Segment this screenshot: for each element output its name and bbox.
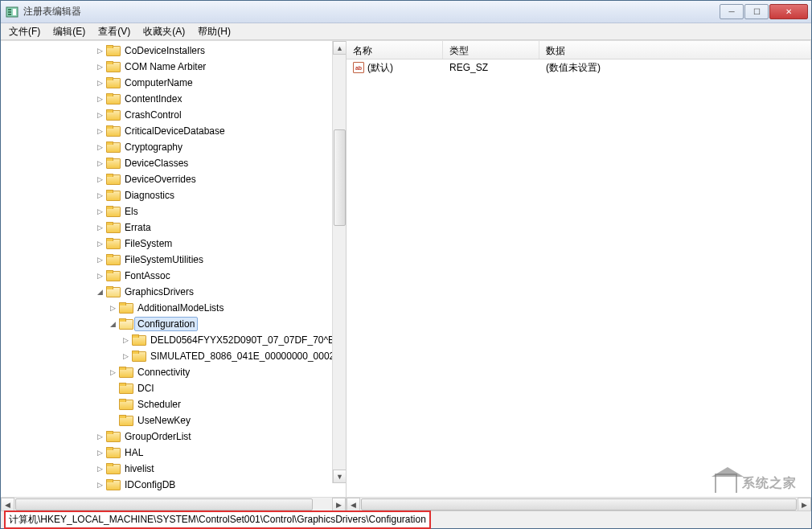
tree-item[interactable]: ◢GraphicsDrivers [1,284,346,300]
registry-tree: ▷CoDeviceInstallers▷COM Name Arbiter▷Com… [1,41,346,494]
window-title: 注册表编辑器 [23,5,719,18]
tree-item[interactable]: ▷DELD0564FYYX52D090T_07_07DF_70^B7 [1,332,346,348]
scroll-right-button[interactable]: ▶ [798,498,811,511]
folder-icon [106,479,119,490]
expand-icon[interactable]: ▷ [94,254,105,265]
tree-item[interactable]: ▷CrashControl [1,107,346,123]
expand-icon[interactable]: ▷ [94,431,105,442]
scroll-thumb[interactable] [15,498,313,511]
expand-icon[interactable]: ▷ [94,238,105,249]
values-list[interactable]: ab (默认) REG_SZ (数值未设置) [347,59,811,497]
expand-icon[interactable]: ▷ [94,174,105,185]
scroll-left-button[interactable]: ◀ [347,498,360,511]
menu-favorites[interactable]: 收藏夹(A) [137,23,191,40]
folder-icon [106,109,119,121]
expand-icon[interactable]: ▷ [94,270,105,281]
expand-icon[interactable]: ▷ [94,61,105,72]
tree-item[interactable]: ▷Els [1,203,346,219]
scroll-down-button[interactable]: ▼ [333,470,346,483]
expand-icon[interactable]: ▷ [107,302,118,314]
tree-item[interactable]: ▷ComputerName [1,75,346,91]
tree-item[interactable]: ▷Diagnostics [1,187,346,203]
tree-item[interactable]: ▷DeviceClasses [1,155,346,171]
tree-item[interactable]: ▷CoDeviceInstallers [1,43,346,59]
tree-item-label: GraphicsDrivers [121,285,197,299]
menu-help[interactable]: 帮助(H) [191,23,237,40]
tree-item-label: Configuration [134,317,198,331]
tree-item[interactable]: ▷CriticalDeviceDatabase [1,123,346,139]
value-row[interactable]: ab (默认) REG_SZ (数值未设置) [347,59,811,74]
expand-icon[interactable]: ▷ [94,158,105,169]
expand-icon[interactable]: ▷ [94,479,105,490]
collapse-icon[interactable]: ◢ [94,286,105,297]
tree-item[interactable]: ▷ContentIndex [1,91,346,107]
scroll-left-button[interactable]: ◀ [1,498,14,511]
expand-icon[interactable]: ▷ [94,206,105,217]
column-type[interactable]: 类型 [443,41,539,59]
tree-item[interactable]: UseNewKey [1,412,346,429]
tree-item-label: Els [121,204,141,219]
scroll-up-button[interactable]: ▲ [333,41,346,55]
tree-item[interactable]: ▷Cryptography [1,139,346,155]
titlebar[interactable]: 注册表编辑器 ─ ☐ ✕ [1,1,811,23]
tree-item[interactable]: ▷HAL [1,445,346,461]
expand-icon[interactable]: ▷ [94,109,105,121]
expand-icon[interactable]: ▷ [120,334,131,346]
tree-item[interactable]: Scheduler [1,396,346,412]
expand-icon[interactable]: ▷ [94,77,105,88]
tree-item-label: Diagnostics [121,188,178,203]
tree-item[interactable]: ▷hivelist [1,461,346,477]
tree-item[interactable]: ▷COM Name Arbiter [1,59,346,75]
collapse-icon[interactable]: ◢ [107,318,118,330]
menu-view[interactable]: 查看(V) [92,23,137,40]
tree-item[interactable]: ▷GroupOrderList [1,429,346,445]
tree-item[interactable]: ▷DeviceOverrides [1,171,346,187]
tree-item[interactable]: ▷FontAssoc [1,268,346,284]
folder-icon [106,463,119,474]
expand-icon[interactable]: ▷ [94,141,105,153]
expand-icon[interactable]: ▷ [120,351,131,362]
expand-icon[interactable]: ▷ [94,190,105,201]
no-expand-icon [107,415,118,426]
tree-item-label: Scheduler [134,397,184,412]
tree-item[interactable]: ▷FileSystemUtilities [1,252,346,268]
tree-item[interactable]: ◢Configuration [1,316,346,332]
tree-item-label: CoDeviceInstallers [121,43,208,58]
minimize-button[interactable]: ─ [720,4,744,19]
menu-file[interactable]: 文件(F) [2,23,47,40]
expand-icon[interactable]: ▷ [94,463,105,474]
tree-item-label: Connectivity [134,365,193,379]
menubar: 文件(F) 编辑(E) 查看(V) 收藏夹(A) 帮助(H) [1,23,811,40]
tree-item[interactable]: ▷Errata [1,219,346,236]
string-value-icon: ab [353,62,364,73]
tree-item[interactable]: ▷SIMULATED_8086_041E_00000000_00020 [1,348,346,364]
tree-vertical-scrollbar[interactable]: ▲ ▼ [332,41,346,483]
tree-horizontal-scrollbar[interactable]: ◀ ▶ [1,497,346,511]
expand-icon[interactable]: ▷ [107,367,118,378]
tree-item[interactable]: ▷IDConfigDB [1,477,346,493]
menu-edit[interactable]: 编辑(E) [47,23,92,40]
tree-item-label: FileSystemUtilities [121,252,207,267]
expand-icon[interactable]: ▷ [94,45,105,56]
expand-icon[interactable]: ▷ [94,447,105,458]
scroll-thumb[interactable] [361,498,797,511]
values-horizontal-scrollbar[interactable]: ◀ ▶ [347,497,811,511]
scroll-thumb[interactable] [334,129,346,226]
expand-icon[interactable]: ▷ [94,125,105,137]
tree-scroll-area[interactable]: ▷CoDeviceInstallers▷COM Name Arbiter▷Com… [1,41,346,497]
tree-item[interactable]: ▷AdditionalModeLists [1,300,346,316]
tree-item[interactable]: ▷Connectivity [1,364,346,380]
column-data[interactable]: 数据 [539,41,811,59]
folder-icon [106,238,119,249]
expand-icon[interactable]: ▷ [94,222,105,233]
tree-item-label: FontAssoc [121,269,174,283]
tree-item-label: DeviceClasses [121,156,191,170]
expand-icon[interactable]: ▷ [94,93,105,105]
folder-icon [106,222,119,233]
close-button[interactable]: ✕ [769,4,808,19]
tree-item[interactable]: DCI [1,380,346,396]
maximize-button[interactable]: ☐ [744,4,769,19]
column-name[interactable]: 名称 [347,41,443,59]
tree-item[interactable]: ▷FileSystem [1,236,346,252]
scroll-right-button[interactable]: ▶ [332,498,346,511]
